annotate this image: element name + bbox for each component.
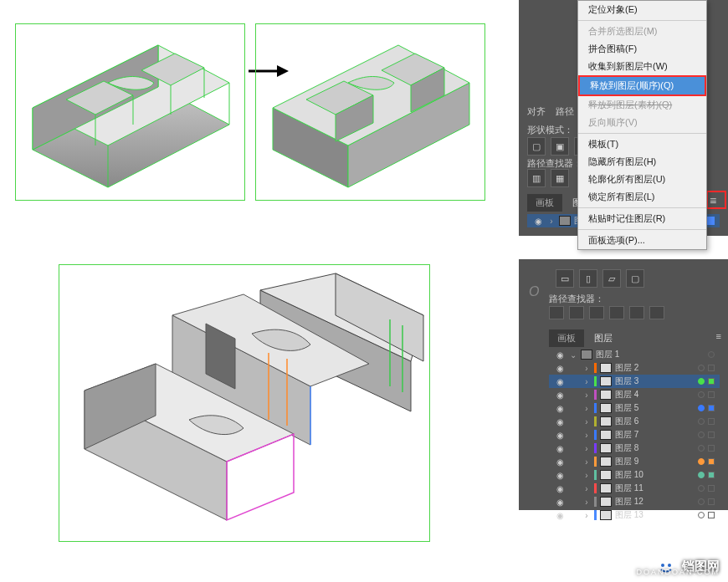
panel-menu-icon-b[interactable]: ≡ [716, 331, 721, 341]
visibility-icon[interactable]: ◉ [532, 217, 544, 226]
pf-b-icon-2[interactable] [569, 306, 584, 319]
twirl-icon[interactable]: › [582, 391, 591, 400]
pf-icon-1[interactable]: ▥ [527, 169, 546, 187]
visibility-icon[interactable]: ◉ [554, 457, 566, 467]
twirl-icon[interactable]: › [547, 217, 556, 226]
twirl-icon[interactable]: › [582, 417, 591, 426]
pf-b-icon-6[interactable] [649, 306, 664, 319]
twirl-icon[interactable]: › [582, 498, 591, 507]
menu-hide-all-layers[interactable]: 隐藏所有图层(H) [578, 153, 706, 171]
target-icon[interactable] [698, 378, 705, 385]
layer-row[interactable]: ◉›图层 4 [549, 388, 720, 401]
twirl-icon[interactable]: › [582, 457, 591, 467]
layer-name: 图层 13 [615, 509, 695, 521]
tool-icon-1[interactable]: ▭ [556, 269, 574, 288]
pf-b-icon-3[interactable] [589, 306, 604, 319]
target-icon[interactable] [698, 485, 705, 492]
menu-reverse-order[interactable]: 反向顺序(V) [578, 114, 706, 131]
menu-panel-options[interactable]: 面板选项(P)... [578, 232, 706, 249]
menu-locate-object[interactable]: 定位对象(E) [578, 1, 706, 18]
pf-icon-2[interactable]: ▦ [551, 169, 569, 187]
layer-row[interactable]: ◉›图层 8 [549, 442, 720, 455]
twirl-icon[interactable]: › [582, 484, 591, 493]
layer-name: 图层 11 [615, 482, 695, 494]
label-path: 路径 [556, 105, 574, 118]
visibility-icon[interactable]: ◉ [554, 377, 566, 386]
menu-outline-all-layers[interactable]: 轮廓化所有图层(U) [578, 171, 706, 188]
target-icon[interactable] [698, 498, 705, 505]
target-icon[interactable] [698, 391, 705, 398]
visibility-icon[interactable]: ◉ [554, 444, 566, 453]
layer-row[interactable]: ◉›图层 12 [549, 495, 720, 508]
target-icon[interactable] [708, 351, 715, 358]
target-icon[interactable] [698, 365, 705, 371]
layer-row-parent[interactable]: ◉ ⌄ 图层 1 [549, 348, 720, 361]
visibility-icon[interactable]: ◉ [554, 471, 566, 480]
tab-artboard-b[interactable]: 画板 [549, 329, 584, 347]
visibility-icon[interactable]: ◉ [554, 431, 566, 440]
label-pathfinder: 路径查找器： [527, 157, 582, 170]
menu-release-to-layers-sequence[interactable]: 释放到图层(顺序)(Q) [578, 75, 706, 96]
menu-flatten[interactable]: 拼合图稿(F) [578, 40, 706, 58]
menu-paste-remember-layers[interactable]: 粘贴时记住图层(R) [578, 210, 706, 227]
selection-color-icon [706, 217, 715, 225]
twirl-icon[interactable]: › [582, 511, 591, 520]
twirl-icon[interactable]: › [582, 444, 591, 453]
layer-row[interactable]: ◉›图层 11 [549, 482, 720, 495]
twirl-icon[interactable]: › [582, 364, 591, 373]
pathfinder-minus-icon[interactable]: ▣ [551, 137, 569, 156]
svg-point-8 [661, 564, 664, 567]
menu-template[interactable]: 模板(T) [578, 135, 706, 153]
target-icon[interactable] [698, 445, 705, 452]
tab-artboard[interactable]: 画板 [527, 194, 562, 212]
svg-point-9 [668, 564, 671, 567]
pf-b-icon-4[interactable] [609, 306, 624, 319]
layer-row[interactable]: ◉›图层 6 [549, 415, 720, 428]
twirl-icon[interactable]: › [582, 377, 591, 386]
visibility-icon[interactable]: ◉ [554, 417, 566, 426]
layer-row[interactable]: ◉›图层 13 [549, 508, 720, 522]
visibility-icon[interactable]: ◉ [554, 364, 566, 373]
layer-row[interactable]: ◉›图层 9 [549, 455, 720, 468]
menu-release-to-layers-build[interactable]: 释放到图层(素材)(Q) [578, 96, 706, 114]
layer-row[interactable]: ◉›图层 7 [549, 428, 720, 442]
layers-list: ◉ ⌄ 图层 1 ◉›图层 2◉›图层 3◉›图层 4◉›图层 5◉›图层 6◉… [549, 348, 720, 522]
twirl-icon[interactable]: › [582, 404, 591, 413]
tool-icon-2[interactable]: ▯ [579, 269, 597, 288]
menu-lock-all-layers[interactable]: 锁定所有图层(L) [578, 188, 706, 206]
pf-b-icon-5[interactable] [629, 306, 644, 319]
menu-merge-selected[interactable]: 合并所选图层(M) [578, 23, 706, 40]
visibility-icon[interactable]: ◉ [554, 391, 566, 400]
tab-layers-b[interactable]: 图层 [586, 329, 621, 347]
layer-row[interactable]: ◉›图层 10 [549, 468, 720, 482]
layer-row[interactable]: ◉›图层 3 [549, 375, 720, 388]
layer-thumb [600, 416, 612, 426]
visibility-icon[interactable]: ◉ [554, 350, 566, 360]
pathfinder-unite-icon[interactable]: ▢ [527, 137, 546, 156]
visibility-icon[interactable]: ◉ [554, 511, 566, 520]
tool-icon-3[interactable]: ▱ [602, 269, 621, 288]
artboard-2 [255, 23, 485, 201]
tool-icon-4[interactable]: ▢ [626, 269, 644, 288]
panel-menu-icon[interactable]: ≡ [710, 194, 716, 207]
menu-collect-new-layer[interactable]: 收集到新图层中(W) [578, 58, 706, 75]
twirl-icon[interactable]: › [582, 471, 591, 480]
target-icon[interactable] [698, 431, 705, 438]
target-icon[interactable] [698, 472, 705, 478]
twirl-down-icon[interactable]: ⌄ [569, 350, 577, 360]
layer-row[interactable]: ◉›图层 5 [549, 401, 720, 415]
visibility-icon[interactable]: ◉ [554, 498, 566, 507]
target-icon[interactable] [698, 458, 705, 465]
layer-name: 图层 1 [596, 349, 705, 360]
layer-row[interactable]: ◉›图层 2 [549, 361, 720, 375]
layer-thumb [600, 443, 612, 453]
visibility-icon[interactable]: ◉ [554, 484, 566, 493]
target-icon[interactable] [698, 512, 705, 518]
target-icon[interactable] [698, 418, 705, 425]
pf-b-icon-1[interactable] [549, 306, 564, 319]
twirl-icon[interactable]: › [582, 431, 591, 440]
artboard-1 [15, 23, 245, 201]
target-icon[interactable] [698, 405, 705, 411]
visibility-icon[interactable]: ◉ [554, 404, 566, 413]
shape-3d-solid [256, 24, 486, 202]
